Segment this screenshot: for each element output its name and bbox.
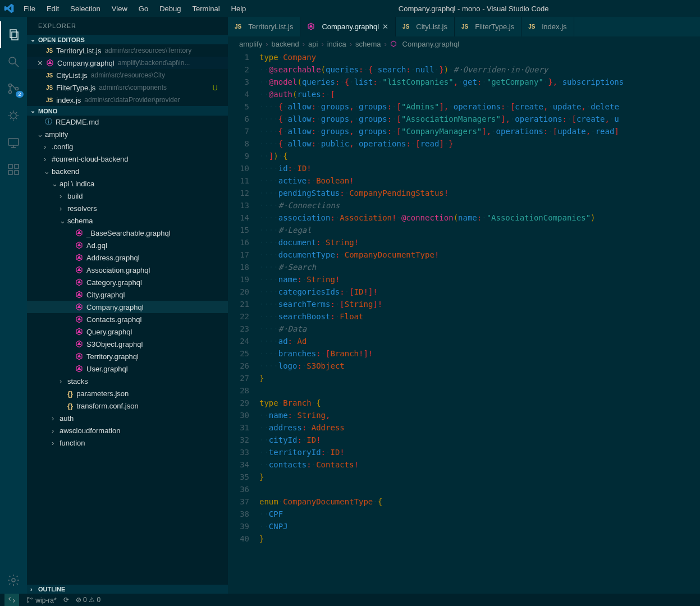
tree-folder[interactable]: ›stacks <box>27 375 228 387</box>
status-sync[interactable]: ⟳ <box>63 596 69 604</box>
activity-remote[interactable] <box>0 129 27 156</box>
tree-file[interactable]: City.graphql <box>27 288 228 301</box>
tree-item-label: Category.graphql <box>86 278 142 287</box>
code-content[interactable]: type·Company··@searchable(queries:·{·sea… <box>259 51 700 594</box>
breadcrumb-item[interactable]: api <box>308 40 318 48</box>
tree-folder[interactable]: ›awscloudformation <box>27 424 228 437</box>
tree-item-label: README.md <box>56 118 99 126</box>
tree-file[interactable]: {}parameters.json <box>27 387 228 400</box>
tree-folder[interactable]: ⌄amplify <box>27 128 228 140</box>
tree-file[interactable]: User.graphql <box>27 362 228 375</box>
tree-folder[interactable]: ⌄schema <box>27 214 228 227</box>
open-editor-item[interactable]: JSTerritoryList.jsadmin\src\resources\Te… <box>27 44 228 57</box>
chevron-right-icon: › <box>30 586 36 593</box>
activity-bar: 2 <box>0 17 27 594</box>
tree-folder[interactable]: ›.config <box>27 140 228 153</box>
menu-terminal[interactable]: Terminal <box>187 2 224 15</box>
chevron-right-icon: › <box>60 204 67 213</box>
activity-extensions[interactable] <box>0 156 27 183</box>
activity-search[interactable] <box>0 48 27 75</box>
activity-settings[interactable] <box>0 567 27 594</box>
open-editor-item[interactable]: ✕Company.graphqlamplify\backend\api\in..… <box>27 57 228 69</box>
editor-tab[interactable]: Company.graphql✕ <box>300 17 396 36</box>
tree-item-label: S3Object.graphql <box>86 340 143 348</box>
menu-debug[interactable]: Debug <box>155 2 185 15</box>
tree-item-label: _BaseSearchable.graphql <box>86 229 171 237</box>
tree-folder[interactable]: ›function <box>27 437 228 449</box>
graphql-icon <box>75 365 83 374</box>
menu-view[interactable]: View <box>107 2 132 15</box>
breadcrumb-separator: › <box>303 40 305 48</box>
tree-item-label: Territory.graphql <box>86 352 139 361</box>
tree-file[interactable]: Ad.gql <box>27 239 228 251</box>
vscode-icon <box>3 3 15 14</box>
breadcrumb-item[interactable]: Company.graphql <box>390 40 459 48</box>
chevron-right-icon: › <box>52 414 60 423</box>
breadcrumb-item[interactable]: indica <box>327 40 346 48</box>
breadcrumb-item[interactable]: schema <box>355 40 381 48</box>
graphql-icon <box>46 59 54 68</box>
tree-file[interactable]: ⓘREADME.md <box>27 116 228 128</box>
chevron-down-icon: ⌄ <box>30 107 36 114</box>
open-editor-item[interactable]: JSFilterType.jsadmin\src\componentsU <box>27 81 228 94</box>
section-outline[interactable]: › Outline <box>27 585 228 594</box>
tree-folder[interactable]: ›build <box>27 190 228 202</box>
close-icon[interactable]: ✕ <box>382 22 388 31</box>
status-branch[interactable]: wip-ra* <box>26 596 57 604</box>
tree-file[interactable]: Association.graphql <box>27 264 228 276</box>
svg-rect-9 <box>8 164 12 168</box>
menu-file[interactable]: File <box>19 2 40 15</box>
json-icon: {} <box>67 402 73 410</box>
tree-folder[interactable]: ›auth <box>27 412 228 424</box>
status-remote[interactable] <box>4 594 19 606</box>
js-icon: JS <box>528 24 535 30</box>
menu-selection[interactable]: Selection <box>66 2 104 15</box>
file-path-hint: admin\src\resources\Territory <box>104 47 191 54</box>
status-problems[interactable]: ⊘ 0 ⚠ 0 <box>76 596 100 604</box>
breadcrumb-item[interactable]: amplify <box>239 40 262 48</box>
tree-file[interactable]: {}transform.conf.json <box>27 400 228 412</box>
menu-go[interactable]: Go <box>134 2 153 15</box>
editor-tab[interactable]: JSTerritoryList.js <box>228 17 300 36</box>
menu-edit[interactable]: Edit <box>42 2 63 15</box>
editor-tab[interactable]: JSCityList.js <box>396 17 455 36</box>
tree-item-label: .config <box>52 143 73 151</box>
tree-file[interactable]: _BaseSearchable.graphql <box>27 227 228 239</box>
tree-file[interactable]: Query.graphql <box>27 325 228 338</box>
tree-file[interactable]: Territory.graphql <box>27 350 228 362</box>
open-editor-item[interactable]: JSindex.jsadmin\src\dataProvider\provide… <box>27 94 228 106</box>
section-workspace[interactable]: ⌄ mono <box>27 106 228 116</box>
svg-rect-0 <box>10 30 16 38</box>
tree-file[interactable]: S3Object.graphql <box>27 338 228 350</box>
git-status: U <box>213 84 218 92</box>
tree-file[interactable]: Company.graphql <box>27 301 228 313</box>
editor-tab[interactable]: JSFilterType.js <box>455 17 521 36</box>
tree-file[interactable]: Category.graphql <box>27 276 228 288</box>
activity-debug[interactable] <box>0 102 27 129</box>
svg-point-15 <box>27 601 28 602</box>
tree-folder[interactable]: ›resolvers <box>27 202 228 214</box>
chevron-down-icon: ⌄ <box>30 36 36 43</box>
file-path-hint: admin\src\components <box>99 84 167 91</box>
section-open-editors[interactable]: ⌄ Open Editors <box>27 35 228 44</box>
close-icon[interactable]: ✕ <box>37 59 46 67</box>
menu-help[interactable]: Help <box>227 2 251 15</box>
tree-item-label: #current-cloud-backend <box>52 155 129 163</box>
tree-folder[interactable]: ⌄api \ indica <box>27 177 228 190</box>
tree-folder[interactable]: ›#current-cloud-backend <box>27 153 228 165</box>
editor-tab[interactable]: JSindex.js <box>521 17 574 36</box>
activity-explorer[interactable] <box>0 21 27 48</box>
svg-point-16 <box>31 598 32 599</box>
svg-point-5 <box>9 91 12 94</box>
breadcrumb-item[interactable]: backend <box>272 40 299 48</box>
open-editor-item[interactable]: JSCityList.jsadmin\src\resources\City <box>27 69 228 81</box>
code-area[interactable]: 1234567891011121314151617181920212223242… <box>228 51 700 594</box>
chevron-down-icon: ⌄ <box>44 167 52 176</box>
tree-folder[interactable]: ⌄backend <box>27 165 228 177</box>
tree-file[interactable]: Contacts.graphql <box>27 313 228 325</box>
breadcrumb[interactable]: amplify›backend›api›indica›schema› Compa… <box>228 36 700 51</box>
svg-rect-8 <box>8 139 19 145</box>
sidebar: Explorer ⌄ Open Editors JSTerritoryList.… <box>27 17 228 594</box>
tree-file[interactable]: Address.graphql <box>27 251 228 264</box>
activity-scm[interactable]: 2 <box>0 75 27 102</box>
